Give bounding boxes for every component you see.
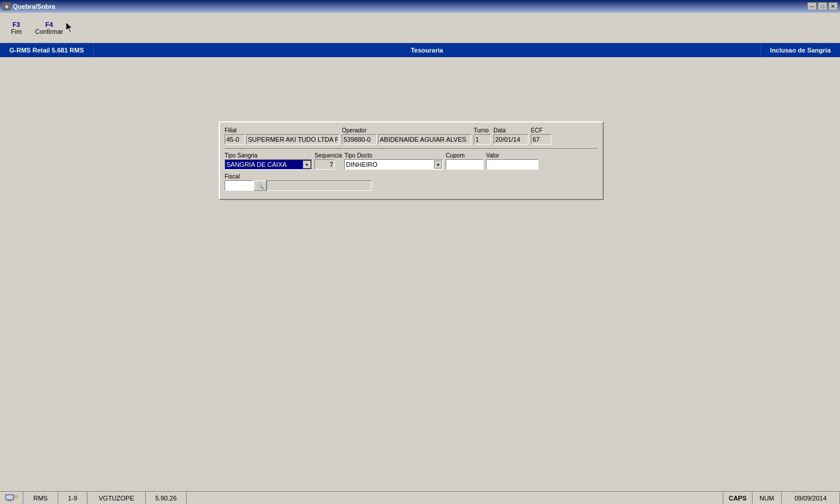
ecf-group: ECF	[531, 127, 551, 145]
nav-page-title: Inclusao de Sangria	[770, 47, 831, 54]
fiscal-search-button[interactable]: 🔍	[254, 180, 267, 191]
status-computer-icon	[0, 492, 23, 504]
svg-rect-6	[15, 495, 16, 496]
toolbar: F3 Fim F4 Confirmar	[0, 13, 840, 43]
form-row-1: Filial Operador Turno Data	[225, 127, 598, 145]
status-bar: RMS 1-9 VGTUZOPE 5.90.26 CAPS NUM 09/09/…	[0, 491, 840, 504]
nav-section-center: Tesouraria	[94, 43, 761, 57]
filial-label: Filial	[225, 127, 340, 134]
nav-section-right: Inclusao de Sangria	[761, 43, 840, 57]
close-button[interactable]: ✕	[828, 2, 838, 10]
svg-rect-2	[6, 495, 13, 499]
minimize-button[interactable]: ─	[807, 2, 817, 10]
status-num: NUM	[752, 492, 782, 504]
app-icon: ◈	[2, 2, 10, 10]
f3-key: F3	[13, 21, 20, 28]
form-row-2: Tipo Sangria SANGRIA DE CAIXA SUPRIMENTO…	[225, 152, 598, 170]
tipo-sangria-wrapper: SANGRIA DE CAIXA SUPRIMENTO ▼	[225, 159, 312, 170]
tipo-docto-select[interactable]: DINHEIRO CHEQUE OUTROS	[344, 159, 443, 170]
fiscal-name-input	[267, 180, 372, 191]
status-caps: CAPS	[723, 492, 752, 504]
turno-group: Turno	[474, 127, 491, 145]
tipo-docto-label: Tipo Docto	[344, 152, 443, 159]
tipo-sangria-group: Tipo Sangria SANGRIA DE CAIXA SUPRIMENTO…	[225, 152, 312, 170]
cupom-input[interactable]	[446, 159, 484, 170]
tipo-sangria-label: Tipo Sangria	[225, 152, 312, 159]
f3-label: Fim	[11, 28, 22, 35]
tipo-docto-wrapper: DINHEIRO CHEQUE OUTROS ▼	[344, 159, 443, 170]
restore-button[interactable]: □	[818, 2, 827, 10]
window-controls: ─ □ ✕	[807, 2, 838, 10]
separator-1	[225, 148, 598, 149]
cursor-icon	[66, 22, 75, 34]
fiscal-code-input[interactable]	[225, 180, 254, 191]
form-panel: Filial Operador Turno Data	[219, 121, 604, 200]
tipo-docto-group: Tipo Docto DINHEIRO CHEQUE OUTROS ▼	[344, 152, 443, 170]
title-bar: ◈ Quebra/Sobra ─ □ ✕	[0, 0, 840, 13]
turno-input	[474, 134, 491, 145]
status-spacer	[187, 492, 723, 504]
nav-bar: G-RMS Retail 5.681 RMS Tesouraria Inclus…	[0, 43, 840, 57]
cupom-group: Cupom	[446, 152, 484, 170]
data-label: Data	[494, 127, 528, 134]
fiscal-group: Fiscal 🔍	[225, 173, 372, 191]
sequencia-label: Sequencia	[314, 152, 342, 159]
data-group: Data	[494, 127, 528, 145]
status-rms: RMS	[23, 492, 58, 504]
nav-section-left: G-RMS Retail 5.681 RMS	[0, 43, 94, 57]
sequencia-group: Sequencia	[314, 152, 342, 170]
nav-app-title: G-RMS Retail 5.681 RMS	[9, 47, 84, 54]
cupom-label: Cupom	[446, 152, 484, 159]
operador-label: Operador	[342, 127, 471, 134]
f4-label: Confirmar	[35, 28, 63, 35]
data-input	[494, 134, 528, 145]
sequencia-input	[314, 159, 335, 170]
tipo-sangria-select[interactable]: SANGRIA DE CAIXA SUPRIMENTO	[225, 159, 312, 170]
operador-group: Operador	[342, 127, 471, 145]
valor-group: Valor	[486, 152, 538, 170]
svg-marker-0	[66, 22, 72, 33]
f4-confirmar-button[interactable]: F4 Confirmar	[33, 20, 65, 36]
valor-input[interactable]	[486, 159, 538, 170]
ecf-label: ECF	[531, 127, 551, 134]
operador-name-input	[378, 134, 471, 145]
svg-rect-3	[8, 500, 11, 501]
status-version: 5.90.26	[146, 492, 187, 504]
filial-group: Filial	[225, 127, 340, 145]
status-date: 09/09/2014	[782, 492, 840, 504]
nav-module-title: Tesouraria	[411, 47, 443, 54]
f3-fim-button[interactable]: F3 Fim	[5, 20, 28, 36]
filial-code-input[interactable]	[225, 134, 245, 145]
status-code: VGTUZOPE	[88, 492, 146, 504]
form-row-3: Fiscal 🔍	[225, 173, 598, 191]
filial-name-input	[246, 134, 340, 145]
ecf-input	[531, 134, 551, 145]
operador-code-input	[342, 134, 377, 145]
main-content: Filial Operador Turno Data	[0, 57, 840, 491]
f4-key: F4	[46, 21, 53, 28]
fiscal-label: Fiscal	[225, 173, 372, 180]
search-icon: 🔍	[257, 183, 264, 189]
window-title: Quebra/Sobra	[13, 3, 55, 10]
turno-label: Turno	[474, 127, 491, 134]
valor-label: Valor	[486, 152, 538, 159]
status-range: 1-9	[58, 492, 88, 504]
computer-icon	[5, 493, 18, 503]
svg-rect-4	[7, 501, 12, 501]
